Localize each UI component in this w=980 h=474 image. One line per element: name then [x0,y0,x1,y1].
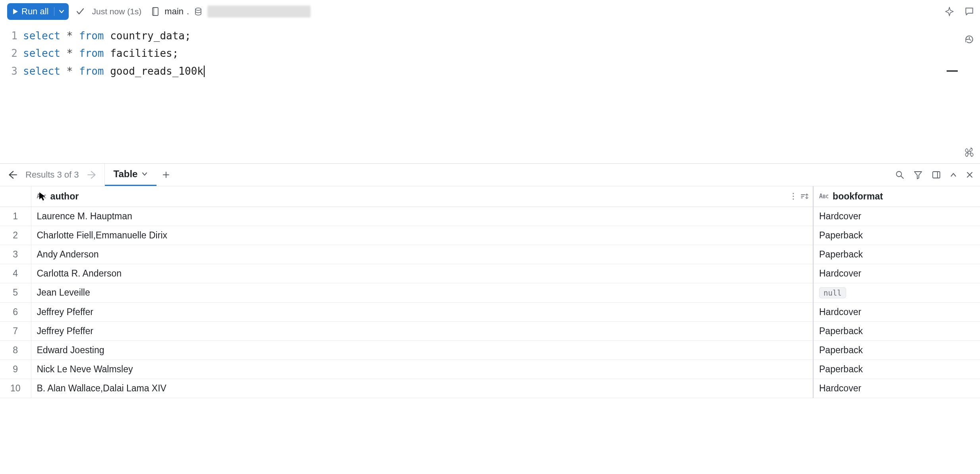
close-icon[interactable] [966,171,974,179]
table-row[interactable]: 6Jeffrey PfefferHardcover [0,302,980,321]
catalog-name: main [164,6,184,17]
column-menu-icon[interactable] [792,192,794,200]
table-row[interactable]: 1Laurence M. HauptmanHardcover [0,207,980,226]
schema-name-redacted [207,6,311,17]
cell-bookformat[interactable]: Paperback [813,321,980,341]
cell-author[interactable]: Charlotte Fiell,Emmanuelle Dirix [31,226,813,245]
cell-bookformat[interactable]: null [813,283,980,302]
next-result-button[interactable] [87,170,97,180]
table-row[interactable]: 7Jeffrey PfefferPaperback [0,321,980,341]
chevron-down-icon[interactable] [58,8,65,15]
line-number: 3 [0,62,17,80]
row-number-header [0,186,31,207]
row-number: 5 [0,283,31,302]
code-area[interactable]: select * from country_data; select * fro… [23,27,980,80]
table-row[interactable]: 9Nick Le Neve WalmsleyPaperback [0,360,980,379]
column-header-bookformat[interactable]: ABC bookformat [813,186,980,207]
table-row[interactable]: 8Edward JoestingPaperback [0,341,980,360]
cell-bookformat[interactable]: Paperback [813,245,980,264]
cell-bookformat[interactable]: Hardcover [813,264,980,283]
string-type-icon: ABC [37,193,46,200]
tab-table[interactable]: Table [105,164,157,186]
column-header-author[interactable]: ABC author [31,186,813,207]
sort-icon[interactable] [800,192,809,200]
svg-rect-3 [947,70,958,72]
svg-rect-0 [153,8,158,15]
results-counter: Results 3 of 3 [23,170,81,180]
svg-point-2 [195,8,201,10]
code-line[interactable]: select * from facilities; [23,44,980,62]
row-number: 2 [0,226,31,245]
view-tabs: Table [105,164,176,186]
row-number: 7 [0,321,31,341]
cell-bookformat[interactable]: Hardcover [813,379,980,398]
table-row[interactable]: 3Andy AndersonPaperback [0,245,980,264]
tab-label: Table [114,168,138,180]
run-all-label: Run all [21,6,48,17]
table-row[interactable]: 5Jean Leveillenull [0,283,980,302]
add-view-button[interactable] [157,164,176,186]
row-number: 9 [0,360,31,379]
row-number: 4 [0,264,31,283]
row-number: 3 [0,245,31,264]
table-row[interactable]: 2Charlotte Fiell,Emmanuelle DirixPaperba… [0,226,980,245]
keyboard-shortcut-icon[interactable] [964,147,974,158]
cell-bookformat[interactable]: Hardcover [813,207,980,226]
svg-point-7 [793,193,794,194]
line-gutter: 1 2 3 [0,27,23,80]
cell-author[interactable]: Carlotta R. Anderson [31,264,813,283]
cell-author[interactable]: B. Alan Wallace,Dalai Lama XIV [31,379,813,398]
run-all-button[interactable]: Run all [7,3,69,20]
catalog-icon [149,6,161,17]
cell-author[interactable]: Andy Anderson [31,245,813,264]
null-pill: null [819,287,846,298]
prev-result-button[interactable] [7,170,17,180]
row-number: 6 [0,302,31,321]
cell-bookformat[interactable]: Paperback [813,341,980,360]
filter-icon[interactable] [913,170,923,180]
string-type-icon: ABC [819,193,829,200]
collapse-icon[interactable] [947,70,958,72]
svg-rect-5 [933,172,940,178]
cell-bookformat[interactable]: Hardcover [813,302,980,321]
results-table[interactable]: ABC author ABC bookformat [0,186,980,474]
row-number: 8 [0,341,31,360]
sparkle-icon[interactable] [944,6,955,17]
comment-icon[interactable] [964,6,974,17]
cell-author[interactable]: Edward Joesting [31,341,813,360]
code-line[interactable]: select * from country_data; [23,27,980,44]
check-icon [74,6,86,17]
column-label: author [50,191,79,202]
row-number: 10 [0,379,31,398]
svg-point-8 [793,196,794,197]
catalog-selector[interactable]: main . [149,6,311,17]
text-cursor [204,66,205,77]
panel-icon[interactable] [932,170,941,180]
results-nav: Results 3 of 3 [0,164,105,186]
cell-bookformat[interactable]: Paperback [813,226,980,245]
cell-author[interactable]: Laurence M. Hauptman [31,207,813,226]
cell-author[interactable]: Jean Leveille [31,283,813,302]
line-number: 2 [0,44,17,62]
table-row[interactable]: 10B. Alan Wallace,Dalai Lama XIVHardcove… [0,379,980,398]
svg-point-9 [793,199,794,200]
run-status-text: Just now (1s) [92,7,141,16]
separator [54,7,54,16]
results-toolbar: Results 3 of 3 Table [0,163,980,186]
column-label: bookformat [833,191,883,202]
line-number: 1 [0,27,17,44]
chevron-up-icon[interactable] [950,171,957,178]
row-number: 1 [0,207,31,226]
cell-author[interactable]: Jeffrey Pfeffer [31,321,813,341]
database-icon [192,6,204,17]
cell-bookformat[interactable]: Paperback [813,360,980,379]
chevron-down-icon[interactable] [141,171,148,177]
editor-toolbar: Run all Just now (1s) main . [0,0,980,23]
search-icon[interactable] [895,170,905,180]
cell-author[interactable]: Nick Le Neve Walmsley [31,360,813,379]
cell-author[interactable]: Jeffrey Pfeffer [31,302,813,321]
separator-dot: . [187,6,189,17]
table-row[interactable]: 4Carlotta R. AndersonHardcover [0,264,980,283]
sql-editor[interactable]: 1 2 3 select * from country_data; select… [0,23,980,163]
code-line[interactable]: select * from good_reads_100k [23,62,980,80]
